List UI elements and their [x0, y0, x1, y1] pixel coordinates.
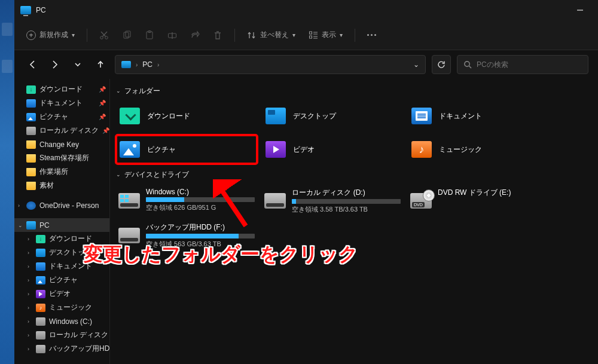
recent-button[interactable]	[69, 56, 86, 73]
sidebar-child-music[interactable]: › ミュージック	[14, 301, 109, 314]
view-button[interactable]: 表示 ▾	[304, 26, 347, 45]
sidebar-item-onedrive[interactable]: › OneDrive - Person	[14, 198, 109, 212]
dvd-icon	[410, 193, 432, 209]
sidebar-child-documents[interactable]: › ドキュメント	[14, 259, 109, 273]
delete-button[interactable]	[208, 26, 227, 45]
expand-icon[interactable]: ›	[28, 346, 29, 352]
trash-icon	[213, 30, 222, 40]
folder-downloads[interactable]: ダウンロード	[116, 102, 257, 130]
group-drives[interactable]: ⌄ デバイスとドライブ	[116, 167, 592, 182]
search-input[interactable]	[477, 60, 582, 69]
view-icon	[309, 30, 318, 40]
sidebar-child-desktop[interactable]: › デスクトップ	[14, 246, 109, 259]
disk-icon	[36, 331, 45, 339]
drive-name: ローカル ディスク (D:)	[292, 188, 401, 198]
sidebar-item-pc[interactable]: ⌄ PC	[14, 218, 109, 232]
sidebar-item-workplace[interactable]: 作業場所	[14, 165, 109, 179]
sidebar-child-localdisk-d[interactable]: › ローカル ディスク (D	[14, 328, 109, 342]
copy-icon	[122, 30, 132, 40]
scissors-icon	[99, 30, 109, 40]
drive-localdisk-d[interactable]: ローカル ディスク (D:) 空き領域 3.58 TB/3.63 TB	[262, 185, 403, 216]
breadcrumb-dropdown-icon[interactable]: ⌄	[413, 60, 419, 69]
music-icon: ♪	[411, 141, 432, 158]
expand-icon[interactable]: ›	[18, 203, 20, 209]
capacity-bar	[292, 199, 401, 204]
folder-documents[interactable]: ドキュメント	[408, 102, 549, 130]
drive-windows-c[interactable]: Windows (C:) 空き領域 626 GB/951 G	[116, 185, 257, 216]
clipboard-icon	[145, 30, 154, 40]
breadcrumb[interactable]: › PC › ⌄	[115, 55, 426, 74]
drive-name: Windows (C:)	[146, 188, 255, 196]
expand-icon[interactable]: ›	[28, 305, 29, 311]
expand-icon[interactable]: ›	[28, 264, 29, 270]
video-icon	[36, 290, 45, 298]
cut-button[interactable]	[94, 26, 114, 45]
paste-button[interactable]	[140, 26, 159, 45]
sidebar-item-label: ローカル ディスク (D	[49, 330, 110, 340]
expand-icon[interactable]: ›	[28, 236, 29, 242]
folder-video[interactable]: ビデオ	[262, 135, 403, 164]
collapse-icon: ⌄	[116, 88, 121, 94]
folder-music[interactable]: ♪ ミュージック	[408, 135, 549, 164]
folder-label: デスクトップ	[293, 111, 336, 121]
document-icon	[36, 262, 45, 271]
group-folders[interactable]: ⌄ フォルダー	[116, 84, 592, 98]
sidebar-child-downloads[interactable]: › ダウンロード	[14, 232, 109, 246]
sidebar-item-documents[interactable]: ドキュメント 📌	[14, 96, 109, 110]
sidebar-child-pictures[interactable]: › ピクチャ	[14, 273, 109, 287]
drive-sub: 空き領域 626 GB/951 G	[146, 203, 255, 212]
sidebar-child-windows-c[interactable]: › Windows (C:)	[14, 314, 109, 328]
expand-icon[interactable]: ›	[28, 277, 29, 283]
share-button[interactable]	[185, 26, 205, 45]
sidebar-item-pictures[interactable]: ピクチャ 📌	[14, 110, 109, 124]
copy-button[interactable]	[117, 26, 136, 45]
expand-icon[interactable]: ›	[28, 291, 29, 297]
pc-icon	[20, 6, 31, 14]
sidebar-item-label: 素材	[39, 181, 54, 191]
sidebar-item-label: ダウンロード	[49, 234, 92, 244]
back-button[interactable]	[24, 56, 41, 73]
group-label: デバイスとドライブ	[124, 170, 189, 180]
folder-label: ピクチャ	[147, 145, 176, 155]
sidebar-item-downloads[interactable]: ダウンロード 📌	[14, 82, 109, 96]
svg-rect-8	[310, 32, 312, 34]
up-button[interactable]	[92, 56, 109, 73]
search-box[interactable]	[457, 55, 588, 74]
sidebar-child-backup-hdd[interactable]: › バックアップ用HD	[14, 342, 109, 356]
drive-name: DVD RW ドライブ (E:)	[438, 188, 547, 198]
drive-name: バックアップ用HDD (F:)	[146, 222, 255, 233]
more-button[interactable]	[362, 26, 381, 45]
drive-dvd-e[interactable]: DVD RW ドライブ (E:)	[408, 185, 549, 216]
folder-desktop[interactable]: デスクトップ	[262, 102, 403, 130]
drive-icon	[118, 193, 140, 209]
collapse-icon[interactable]: ⌄	[18, 222, 23, 228]
group-label: フォルダー	[124, 86, 160, 96]
desktop-icon	[36, 249, 45, 257]
sidebar-item-label: 作業場所	[39, 167, 68, 177]
new-button[interactable]: + 新規作成 ▾	[22, 26, 80, 45]
rename-button[interactable]	[163, 26, 182, 45]
forward-button[interactable]	[47, 56, 63, 73]
sidebar-child-video[interactable]: › ビデオ	[14, 287, 109, 301]
sort-button[interactable]: 並べ替え ▾	[242, 26, 300, 45]
expand-icon[interactable]: ›	[28, 332, 29, 338]
sidebar-item-changekey[interactable]: Change Key	[14, 137, 109, 151]
minimize-button[interactable]	[568, 1, 592, 19]
expand-icon[interactable]: ›	[28, 250, 29, 256]
search-icon	[463, 60, 472, 69]
breadcrumb-pc[interactable]: PC	[142, 60, 152, 69]
refresh-button[interactable]	[432, 55, 451, 74]
expand-icon[interactable]: ›	[28, 319, 29, 325]
svg-point-10	[465, 62, 469, 66]
chevron-down-icon: ▾	[72, 32, 75, 38]
cloud-icon	[26, 201, 36, 210]
folder-pictures[interactable]: ピクチャ	[116, 135, 257, 164]
sidebar-item-sozai[interactable]: 素材	[14, 179, 109, 192]
drive-icon	[264, 193, 286, 209]
sidebar-item-localdisk[interactable]: ローカル ディスク 📌	[14, 124, 109, 137]
nav-row: › PC › ⌄	[14, 50, 598, 79]
sidebar-item-label: デスクトップ	[49, 247, 92, 258]
drive-backup-f[interactable]: バックアップ用HDD (F:) 空き領域 563 GB/3.63 TB	[116, 220, 257, 251]
more-icon	[367, 34, 376, 36]
sidebar-item-steam[interactable]: Steam保存場所	[14, 151, 109, 165]
